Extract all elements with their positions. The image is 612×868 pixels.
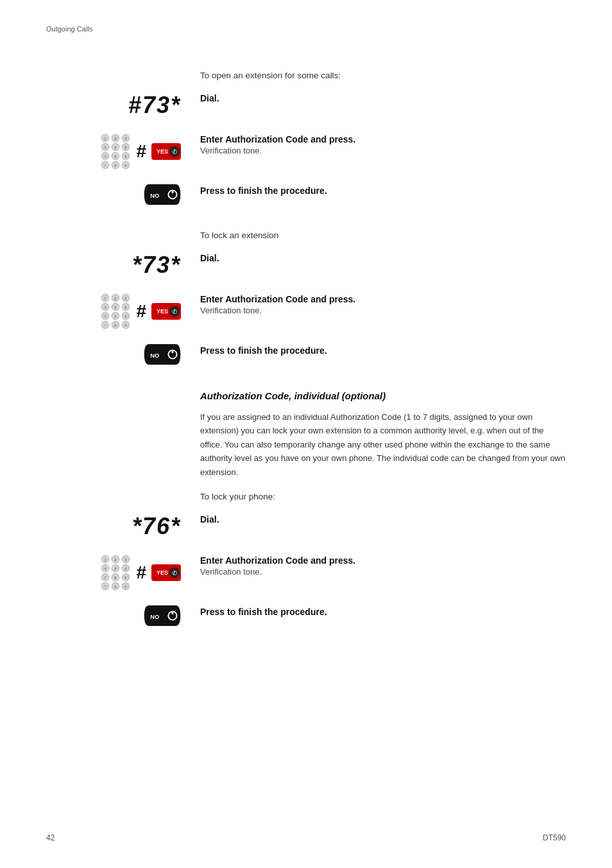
yes-button-icon [151, 564, 181, 581]
lock-phone-intro: To lock your phone: [200, 492, 566, 501]
keypad-yes-left: # [46, 133, 200, 170]
dial-code-2: *73* [132, 252, 181, 279]
table-row: Press to finish the procedure. [46, 344, 566, 365]
page-number: 42 [46, 833, 55, 842]
page-content: To open an extension for some calls: #73… [46, 71, 566, 649]
table-row: *76* Dial. [46, 513, 566, 540]
keypad-yes-group: # [100, 554, 181, 591]
hash-icon: # [136, 301, 146, 322]
no-button-icon [144, 605, 181, 626]
table-row: # Enter Authorization Code and press. Ve… [46, 293, 566, 330]
yes-button-icon [151, 143, 181, 160]
open-extension-intro: To open an extension for some calls: [200, 71, 566, 80]
table-row: #73* Dial. [46, 92, 566, 119]
dial-code-left: *73* [46, 252, 200, 279]
instruction-text: Dial. [200, 252, 566, 263]
no-button-left [46, 184, 200, 205]
no-button-left [46, 605, 200, 626]
auth-individual-section: Authorization Code, individual (optional… [46, 390, 566, 626]
primary-text: Press to finish the procedure. [200, 186, 566, 196]
secondary-text: Verification tone. [200, 306, 566, 315]
dial-code-3: *76* [132, 513, 181, 540]
hash-icon: # [136, 562, 146, 583]
primary-text: Press to finish the procedure. [200, 607, 566, 617]
table-row: # Enter Authorization Code and press. Ve… [46, 133, 566, 170]
keypad-yes-left: # [46, 293, 200, 330]
instruction-text: Dial. [200, 513, 566, 525]
yes-button-icon [151, 303, 181, 320]
table-row: *73* Dial. [46, 252, 566, 279]
keypad-yes-group: # [100, 293, 181, 330]
primary-text: Press to finish the procedure. [200, 345, 566, 356]
table-row: Press to finish the procedure. [46, 605, 566, 626]
hash-icon: # [136, 141, 146, 162]
keypad-icon [100, 133, 131, 170]
primary-text: Enter Authorization Code and press. [200, 555, 566, 566]
primary-text: Dial. [200, 253, 566, 263]
instruction-text: Dial. [200, 92, 566, 103]
dial-code-left: #73* [46, 92, 200, 119]
lock-extension-intro: To lock an extension [200, 230, 566, 240]
instruction-text: Enter Authorization Code and press. Veri… [200, 293, 566, 315]
secondary-text: Verification tone. [200, 146, 566, 155]
keypad-yes-group: # [100, 133, 181, 170]
instruction-text: Press to finish the procedure. [200, 184, 566, 196]
lock-extension-section: To lock an extension *73* Dial. # [46, 230, 566, 365]
no-button-left [46, 344, 200, 365]
primary-text: Dial. [200, 93, 566, 103]
keypad-icon [100, 293, 131, 330]
instruction-text: Enter Authorization Code and press. Veri… [200, 133, 566, 155]
open-extension-section: To open an extension for some calls: #73… [46, 71, 566, 205]
product-name: DT590 [543, 833, 566, 842]
instruction-text: Press to finish the procedure. [200, 605, 566, 617]
primary-text: Dial. [200, 514, 566, 525]
auth-description: If you are assigned to an individual Aut… [200, 410, 566, 479]
keypad-icon [100, 554, 131, 591]
no-button-icon [144, 184, 181, 205]
keypad-yes-left: # [46, 554, 200, 591]
dial-code-left: *76* [46, 513, 200, 540]
auth-title: Authorization Code, individual (optional… [200, 390, 566, 401]
no-button-icon [144, 344, 181, 365]
secondary-text: Verification tone. [200, 567, 566, 577]
primary-text: Enter Authorization Code and press. [200, 294, 566, 304]
dial-code-1: #73* [128, 92, 181, 119]
table-row: # Enter Authorization Code and press. Ve… [46, 554, 566, 591]
instruction-text: Enter Authorization Code and press. Veri… [200, 554, 566, 577]
table-row: Press to finish the procedure. [46, 184, 566, 205]
breadcrumb: Outgoing Calls [46, 25, 92, 33]
primary-text: Enter Authorization Code and press. [200, 134, 566, 144]
instruction-text: Press to finish the procedure. [200, 344, 566, 356]
